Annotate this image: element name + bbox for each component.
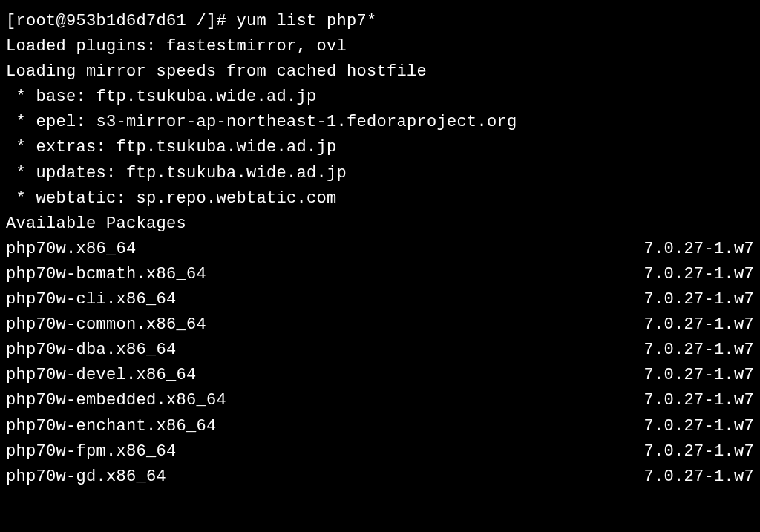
package-version: 7.0.27-1.w7 (643, 287, 754, 312)
mirror-line: * extras: ftp.tsukuba.wide.ad.jp (6, 135, 754, 160)
package-version: 7.0.27-1.w7 (643, 439, 754, 464)
package-name: php70w-fpm.x86_64 (6, 439, 177, 464)
mirror-line: * epel: s3-mirror-ap-northeast-1.fedorap… (6, 110, 754, 135)
package-version: 7.0.27-1.w7 (643, 388, 754, 413)
package-version: 7.0.27-1.w7 (643, 414, 754, 439)
loading-line: Loading mirror speeds from cached hostfi… (6, 59, 754, 85)
package-row: php70w-gd.x86_64 7.0.27-1.w7 (6, 464, 754, 490)
package-row: php70w-devel.x86_64 7.0.27-1.w7 (6, 363, 754, 388)
mirror-line: * webtatic: sp.repo.webtatic.com (6, 186, 754, 211)
package-version: 7.0.27-1.w7 (643, 338, 754, 363)
package-name: php70w-embedded.x86_64 (6, 388, 226, 413)
mirror-line: * updates: ftp.tsukuba.wide.ad.jp (6, 161, 754, 186)
package-name: php70w-dba.x86_64 (6, 338, 177, 363)
shell-prompt: [root@953b1d6d7d61 /]# (6, 12, 226, 30)
package-version: 7.0.27-1.w7 (643, 262, 754, 287)
package-row: php70w-cli.x86_64 7.0.27-1.w7 (6, 287, 754, 312)
package-version: 7.0.27-1.w7 (643, 363, 754, 388)
package-row: php70w-dba.x86_64 7.0.27-1.w7 (6, 338, 754, 363)
command-text: yum list php7* (237, 12, 377, 30)
package-row: php70w-embedded.x86_64 7.0.27-1.w7 (6, 388, 754, 413)
package-name: php70w-common.x86_64 (6, 312, 206, 338)
package-row: php70w-fpm.x86_64 7.0.27-1.w7 (6, 439, 754, 464)
package-name: php70w-devel.x86_64 (6, 363, 197, 388)
package-version: 7.0.27-1.w7 (643, 312, 754, 338)
plugins-line: Loaded plugins: fastestmirror, ovl (6, 34, 754, 59)
package-row: php70w-bcmath.x86_64 7.0.27-1.w7 (6, 262, 754, 287)
package-name: php70w-bcmath.x86_64 (6, 262, 206, 287)
package-version: 7.0.27-1.w7 (643, 237, 754, 262)
mirror-line: * base: ftp.tsukuba.wide.ad.jp (6, 85, 754, 110)
terminal-output[interactable]: [root@953b1d6d7d61 /]# yum list php7* Lo… (6, 9, 754, 490)
package-name: php70w-enchant.x86_64 (6, 414, 217, 439)
package-row: php70w-common.x86_64 7.0.27-1.w7 (6, 312, 754, 338)
package-row: php70w.x86_64 7.0.27-1.w7 (6, 237, 754, 262)
package-name: php70w-gd.x86_64 (6, 464, 166, 490)
package-name: php70w-cli.x86_64 (6, 287, 177, 312)
package-row: php70w-enchant.x86_64 7.0.27-1.w7 (6, 414, 754, 439)
package-version: 7.0.27-1.w7 (643, 464, 754, 490)
prompt-line: [root@953b1d6d7d61 /]# yum list php7* (6, 9, 754, 34)
section-header: Available Packages (6, 211, 754, 237)
package-name: php70w.x86_64 (6, 237, 137, 262)
